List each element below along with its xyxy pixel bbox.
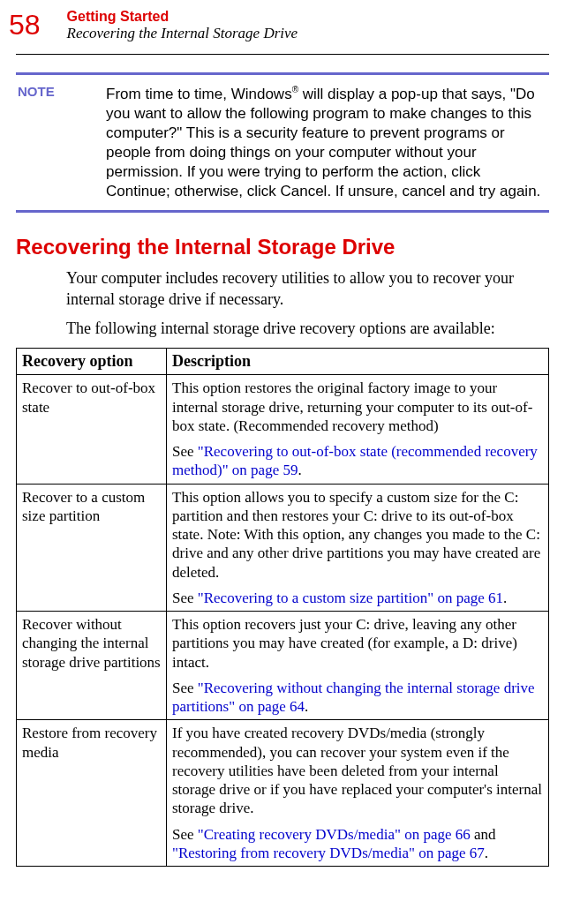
option-cell: Recover to out-of-box state [17, 375, 167, 484]
option-cell: Recover without changing the internal st… [17, 612, 167, 720]
cross-reference-link[interactable]: "Creating recovery DVDs/media" on page 6… [198, 826, 471, 843]
table-row: Recover to out-of-box state This option … [17, 375, 549, 484]
period: . [485, 845, 488, 861]
see-reference: See "Recovering to out-of-box state (rec… [172, 442, 543, 480]
intro-paragraph-1: Your computer includes recovery utilitie… [66, 268, 549, 310]
table-header-row: Recovery option Description [17, 349, 549, 375]
header-rule [16, 54, 549, 55]
description-cell: This option recovers just your C: drive,… [167, 612, 549, 720]
period: . [298, 462, 301, 478]
header-description: Description [167, 349, 549, 375]
note-block: NOTE From time to time, Windows® will di… [0, 75, 565, 201]
description-text: This option allows you to specify a cust… [172, 488, 543, 582]
see-text: See [172, 443, 198, 460]
option-cell: Recover to a custom size partition [17, 484, 167, 612]
see-text: See [172, 680, 198, 696]
note-label: NOTE [18, 84, 106, 201]
description-text: This option restores the original factor… [172, 379, 543, 435]
table-row: Restore from recovery media If you have … [17, 720, 549, 867]
see-reference: See "Creating recovery DVDs/media" on pa… [172, 825, 543, 863]
cross-reference-link[interactable]: "Recovering to a custom size partition" … [198, 590, 503, 606]
note-text-before: From time to time, Windows [106, 86, 292, 102]
see-reference: See "Recovering without changing the int… [172, 679, 543, 717]
note-body: From time to time, Windows® will display… [106, 84, 547, 201]
description-cell: This option allows you to specify a cust… [167, 484, 549, 612]
cross-reference-link[interactable]: "Restoring from recovery DVDs/media" on … [172, 845, 485, 861]
description-cell: This option restores the original factor… [167, 375, 549, 484]
chapter-title: Getting Started [67, 9, 547, 25]
page-header: 58 Getting Started Recovering the Intern… [0, 0, 565, 47]
cross-reference-link[interactable]: "Recovering to out-of-box state (recomme… [172, 443, 538, 478]
table-row: Recover to a custom size partition This … [17, 484, 549, 612]
description-text: If you have created recovery DVDs/media … [172, 724, 543, 817]
description-cell: If you have created recovery DVDs/media … [167, 720, 549, 867]
section-subtitle: Recovering the Internal Storage Drive [67, 25, 547, 42]
table-row: Recover without changing the internal st… [17, 612, 549, 720]
header-recovery-option: Recovery option [17, 349, 167, 375]
option-cell: Restore from recovery media [17, 720, 167, 867]
description-text: This option recovers just your C: drive,… [172, 615, 543, 672]
registered-mark: ® [292, 85, 298, 94]
intro-paragraph-2: The following internal storage drive rec… [66, 319, 549, 339]
recovery-options-table: Recovery option Description Recover to o… [16, 348, 549, 867]
period: . [305, 698, 308, 715]
and-text: and [471, 826, 496, 843]
see-text: See [172, 826, 198, 843]
header-text: Getting Started Recovering the Internal … [67, 9, 547, 42]
note-bottom-rule [16, 210, 549, 213]
period: . [503, 590, 507, 606]
note-text-after: will display a pop-up that says, "Do you… [106, 86, 540, 199]
cross-reference-link[interactable]: "Recovering without changing the interna… [172, 680, 535, 715]
see-reference: See "Recovering to a custom size partiti… [172, 589, 543, 607]
page-number: 58 [9, 9, 41, 41]
see-text: See [172, 590, 198, 606]
section-heading: Recovering the Internal Storage Drive [16, 235, 549, 259]
